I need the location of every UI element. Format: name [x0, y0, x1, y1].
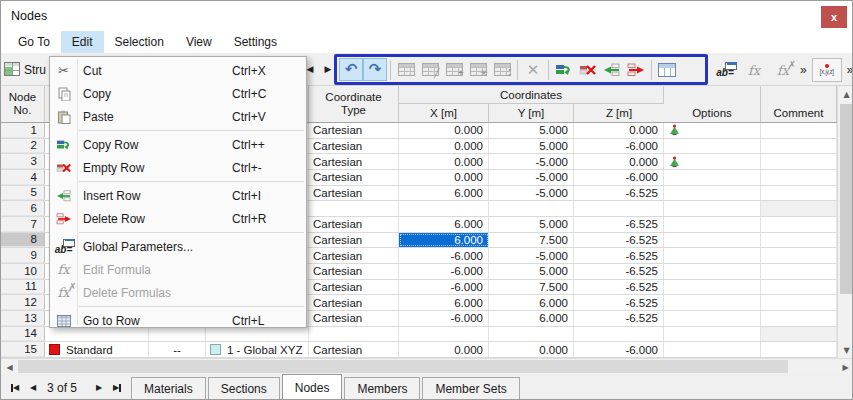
scroll-right-icon[interactable]: ▶	[837, 359, 853, 375]
cell-coordinate-type[interactable]: Cartesian	[309, 233, 399, 248]
cell-coordinate-type[interactable]: Cartesian	[309, 280, 399, 295]
cell-z[interactable]: -6.525	[574, 217, 664, 232]
row-header-cell[interactable]: 13	[1, 311, 45, 326]
cell-reference-node[interactable]: --	[149, 342, 206, 357]
cell-comment[interactable]	[761, 170, 837, 185]
cell-coordinate-type[interactable]: Cartesian	[309, 123, 399, 138]
toolbar-overflow-chevron[interactable]: »	[800, 63, 807, 77]
row-header-cell[interactable]: 15	[1, 342, 45, 357]
tab-members[interactable]: Members	[344, 377, 420, 400]
cell-z[interactable]: -6.000	[574, 342, 664, 357]
menu-item-edit-formula[interactable]: fx Edit Formula	[50, 258, 306, 281]
cell-comment[interactable]	[761, 123, 837, 138]
vertical-scroll-thumb[interactable]	[840, 104, 853, 294]
table-tool-button-5[interactable]: ⁚	[490, 58, 514, 81]
menu-item-copy[interactable]: Copy Ctrl+C	[50, 82, 306, 105]
cell-x[interactable]: 6.000	[399, 217, 489, 232]
vertical-scrollbar[interactable]: ▲ ▼	[837, 86, 853, 358]
menu-item-copy-row[interactable]: Copy Row Ctrl++	[50, 133, 306, 156]
menu-item-insert-row[interactable]: Insert Row Ctrl+I	[50, 184, 306, 207]
column-header-x[interactable]: X [m]	[399, 104, 489, 122]
table-view-button[interactable]	[655, 58, 679, 81]
cell-z[interactable]: -6.525	[574, 311, 664, 326]
row-header-cell[interactable]: 12	[1, 295, 45, 310]
column-header-node-no[interactable]: Node No.	[1, 86, 45, 122]
cell-y[interactable]	[489, 201, 574, 216]
cell-comment[interactable]	[761, 311, 837, 326]
cell-coordinate-type[interactable]	[309, 201, 399, 216]
column-header-options[interactable]: Options	[664, 86, 761, 122]
cell-x[interactable]: 6.000	[399, 186, 489, 201]
cell-coordinate-type[interactable]: Cartesian	[309, 139, 399, 154]
row-header-cell[interactable]: 3	[1, 154, 45, 169]
empty-row-button[interactable]	[576, 58, 600, 81]
cell-z[interactable]: -6.525	[574, 186, 664, 201]
cell-comment[interactable]	[761, 327, 837, 342]
cell-y[interactable]: 0.000	[489, 342, 574, 357]
tab-nodes[interactable]: Nodes	[282, 374, 343, 400]
cell-options[interactable]	[664, 201, 761, 216]
cell-x[interactable]: 0.000	[399, 342, 489, 357]
cell-options[interactable]	[664, 233, 761, 248]
cell-coordinate-type[interactable]: Cartesian	[309, 154, 399, 169]
menu-item-paste[interactable]: Paste Ctrl+V	[50, 105, 306, 128]
cell-coordinate-type[interactable]: Cartesian	[309, 311, 399, 326]
cell-z[interactable]	[574, 201, 664, 216]
undo-button[interactable]: ↶	[339, 58, 363, 81]
menu-item-empty-row[interactable]: Empty Row Ctrl+-	[50, 156, 306, 179]
cell-z[interactable]: -6.525	[574, 295, 664, 310]
edit-formula-button[interactable]: fx	[742, 59, 766, 82]
menu-item-delete-formulas[interactable]: fx Delete Formulas	[50, 281, 306, 304]
cell-coordinate-type[interactable]: Cartesian	[309, 248, 399, 263]
cell-coordinate-type[interactable]: Cartesian	[309, 186, 399, 201]
cell-x[interactable]: -6.000	[399, 280, 489, 295]
cell-z[interactable]	[574, 327, 664, 342]
table-tool-button-2[interactable]: ╱	[418, 58, 442, 81]
cell-coordinate-type[interactable]: Cartesian	[309, 264, 399, 279]
menubar-item-go-to[interactable]: Go To	[7, 31, 61, 53]
cell-options[interactable]	[664, 280, 761, 295]
cell-z[interactable]: -6.525	[574, 280, 664, 295]
cell-z[interactable]: -6.525	[574, 233, 664, 248]
cell-y[interactable]: 7.500	[489, 233, 574, 248]
cell-options[interactable]	[664, 154, 761, 169]
cell-coordinate-system[interactable]: 1 - Global XYZ	[206, 342, 309, 357]
cell-coordinate-type[interactable]: Cartesian	[309, 217, 399, 232]
row-header-cell[interactable]: 5	[1, 186, 45, 201]
table-tool-button-1[interactable]	[394, 58, 418, 81]
copy-row-button[interactable]	[552, 58, 576, 81]
row-header-cell[interactable]: 1	[1, 123, 45, 138]
row-header-cell[interactable]: 11	[1, 280, 45, 295]
cell-y[interactable]: 5.000	[489, 123, 574, 138]
cell-options[interactable]	[664, 217, 761, 232]
cell-coordinate-type[interactable]	[309, 327, 399, 342]
menu-item-delete-row[interactable]: Delete Row Ctrl+R	[50, 207, 306, 230]
coordinate-display-button[interactable]: [x,y,z]	[812, 58, 842, 82]
cell-x[interactable]	[399, 327, 489, 342]
tab-member-sets[interactable]: Member Sets	[422, 377, 519, 400]
cell-z[interactable]: -6.000	[574, 139, 664, 154]
cell-options[interactable]	[664, 123, 761, 138]
scroll-down-icon[interactable]: ▼	[838, 342, 853, 358]
cell-x[interactable]: -6.000	[399, 264, 489, 279]
column-header-z[interactable]: Z [m]	[574, 104, 664, 122]
cell-options[interactable]	[664, 170, 761, 185]
cell-options[interactable]	[664, 327, 761, 342]
cell-y[interactable]: 6.000	[489, 311, 574, 326]
menubar-item-settings[interactable]: Settings	[223, 31, 288, 53]
cell-node-type[interactable]: Standard	[45, 342, 149, 357]
next-table-button[interactable]: ▶	[322, 61, 334, 77]
menu-item-go-to-row[interactable]: Go to Row Ctrl+L	[50, 309, 306, 332]
menu-item-cut[interactable]: ✂ Cut Ctrl+X	[50, 59, 306, 82]
row-header-cell[interactable]: 8	[1, 233, 45, 248]
last-table-button[interactable]: ▶	[109, 379, 125, 397]
menu-item-global-parameters[interactable]: ab= Global Parameters...	[50, 235, 306, 258]
cell-comment[interactable]	[761, 217, 837, 232]
cell-options[interactable]	[664, 139, 761, 154]
row-header-cell[interactable]: 2	[1, 139, 45, 154]
cell-x[interactable]: -6.000	[399, 248, 489, 263]
cell-options[interactable]	[664, 295, 761, 310]
menubar-item-view[interactable]: View	[175, 31, 223, 53]
insert-row-button[interactable]	[600, 58, 624, 81]
cell-x[interactable]	[399, 201, 489, 216]
